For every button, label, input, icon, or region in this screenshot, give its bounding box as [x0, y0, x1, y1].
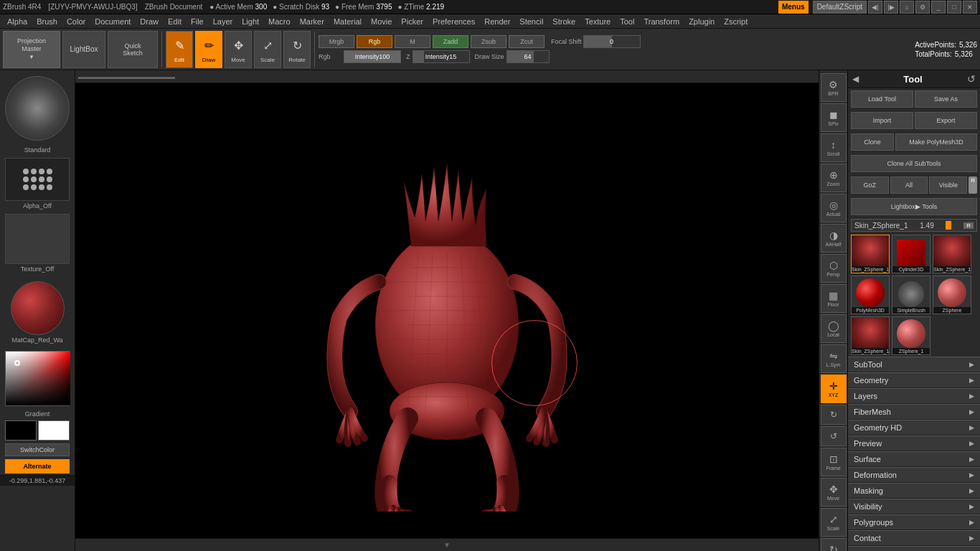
contact-section[interactable]: Contact ▶ [848, 530, 980, 546]
tool-thumb-skin-zsphere2[interactable]: Skin_ZSphere_1 [933, 235, 971, 273]
tool-thumb-skin-zsphere3[interactable]: Skin_ZSphere_1 [851, 316, 890, 355]
actual-button[interactable]: ◎ Actual [821, 194, 847, 222]
rot2-button[interactable]: ↺ [821, 426, 847, 446]
menu-alpha[interactable]: Alpha [3, 17, 32, 27]
morph-target-section[interactable]: Morph Target ▶ [848, 546, 980, 551]
zcut-button[interactable]: Zcut [509, 35, 545, 48]
menu-macro[interactable]: Macro [264, 17, 295, 27]
tool-thumb-zsphere[interactable]: ZSphere [933, 276, 971, 314]
draw-size-slider[interactable]: 64 [507, 50, 550, 63]
rgb-intensity-slider[interactable]: Intensity 100 [344, 50, 401, 63]
menu-edit[interactable]: Edit [164, 17, 186, 27]
layers-section[interactable]: Layers ▶ [848, 388, 980, 404]
scale-button[interactable]: ⤢ Scale [254, 31, 281, 68]
aahalf-button[interactable]: ◑ AAHalf [821, 224, 847, 253]
visible-button[interactable]: Visible [929, 176, 967, 194]
icon-max[interactable]: □ [947, 1, 961, 14]
zscript-button[interactable]: DefaultZScript [813, 1, 867, 14]
zadd-button[interactable]: Zadd [433, 35, 468, 48]
bpr-button[interactable]: ⚙ BPR [821, 73, 847, 102]
menu-zscript[interactable]: Zscript [720, 17, 752, 27]
rgb-button[interactable]: Rgb [357, 35, 392, 48]
icon-close[interactable]: ✕ [963, 1, 977, 14]
local-button[interactable]: ◯ Local [821, 314, 847, 343]
menu-draw[interactable]: Draw [136, 17, 163, 27]
m-button[interactable]: M [395, 35, 430, 48]
color-picker[interactable] [5, 351, 70, 406]
texture-preview[interactable] [5, 214, 70, 264]
xyz-button[interactable]: ✛ XYZ [821, 375, 847, 403]
menu-document[interactable]: Document [90, 17, 135, 27]
save-as-button[interactable]: Save As [915, 90, 977, 108]
menu-brush[interactable]: Brush [32, 17, 62, 27]
brush-preview[interactable] [5, 76, 70, 141]
menu-picker[interactable]: Picker [397, 17, 428, 27]
clone-button[interactable]: Clone [851, 133, 894, 151]
masking-section[interactable]: Masking ▶ [848, 483, 980, 499]
focal-shift-slider[interactable]: 0 [583, 35, 641, 48]
rotate-side-button[interactable]: ↻ Rotate [821, 538, 847, 551]
all-button[interactable]: All [890, 176, 928, 194]
menu-texture[interactable]: Texture [580, 17, 615, 27]
subtool-section[interactable]: SubTool ▶ [848, 357, 980, 372]
fibermesh-section[interactable]: FiberMesh ▶ [848, 404, 980, 420]
edit-button[interactable]: ✎ Edit [166, 31, 193, 68]
surface-section[interactable]: Surface ▶ [848, 451, 980, 467]
geometry-hd-section[interactable]: Geometry HD ▶ [848, 420, 980, 435]
icon-min[interactable]: _ [931, 1, 946, 14]
icon-next[interactable]: |▶ [884, 1, 898, 14]
polygroups-section[interactable]: Polygroups ▶ [848, 514, 980, 530]
import-button[interactable]: Import [851, 112, 913, 129]
floor-button[interactable]: ▦ Floor [821, 284, 847, 313]
deformation-section[interactable]: Deformation ▶ [848, 467, 980, 483]
mrgb-button[interactable]: Mrgb [319, 35, 354, 48]
persp-button[interactable]: ⬡ Persp [821, 254, 847, 283]
tool-thumb-polymesh3d[interactable]: PolyMesh3D [851, 276, 890, 314]
menu-tool[interactable]: Tool [616, 17, 639, 27]
menu-transform[interactable]: Transform [639, 17, 684, 27]
menu-stencil[interactable]: Stencil [515, 17, 547, 27]
menu-marker[interactable]: Marker [296, 17, 329, 27]
alpha-preview[interactable] [5, 158, 70, 201]
tool-thumb-zsphere1[interactable]: ZSphere_1 [892, 316, 930, 355]
lightbox-button[interactable]: LightBox [62, 31, 105, 68]
visibility-section[interactable]: Visibility ▶ [848, 499, 980, 514]
icon-prev[interactable]: ◀| [868, 1, 882, 14]
lsym-button[interactable]: ⇋ L.Sym [821, 344, 847, 373]
geometry-section[interactable]: Geometry ▶ [848, 372, 980, 388]
load-tool-button[interactable]: Load Tool [851, 90, 913, 108]
swatch-black[interactable] [5, 420, 37, 441]
menu-render[interactable]: Render [480, 17, 514, 27]
menu-layer[interactable]: Layer [209, 17, 237, 27]
zsub-button[interactable]: Zsub [471, 35, 507, 48]
rot1-button[interactable]: ↻ [821, 405, 847, 425]
z-intensity-slider[interactable]: Intensity 15 [413, 50, 470, 63]
alternate-button[interactable]: Alternate [5, 459, 70, 474]
zoom-button[interactable]: ⊕ Zoom [821, 164, 847, 192]
draw-button[interactable]: ✏ Draw [195, 31, 222, 68]
menu-stroke[interactable]: Stroke [548, 17, 580, 27]
tool-thumb-cylinder3d[interactable]: Cylinder3D [892, 235, 930, 273]
quick-sketch-button[interactable]: QuickSketch [108, 31, 158, 68]
make-polymesh-button[interactable]: Make PolyMesh3D [895, 133, 977, 151]
tool-thumb-simplebrush[interactable]: SimpleBrush [892, 276, 930, 314]
scroll-button[interactable]: ↕ Scroll [821, 133, 847, 162]
menu-preferences[interactable]: Preferences [428, 17, 479, 27]
menu-material[interactable]: Material [329, 17, 366, 27]
clone-all-subtools-button[interactable]: Clone All SubTools [851, 155, 977, 172]
menu-file[interactable]: File [187, 17, 208, 27]
scale-side-button[interactable]: ⤢ Scale [821, 508, 847, 537]
menus-button[interactable]: Menus [778, 1, 809, 14]
material-ball[interactable] [11, 281, 65, 335]
menu-color[interactable]: Color [62, 17, 90, 27]
lightbox-tools-button[interactable]: Lightbox▶ Tools [851, 198, 977, 215]
frame-button[interactable]: ⊡ Frame [821, 448, 847, 476]
swatch-white[interactable] [38, 420, 70, 441]
tool-panel-back-icon[interactable]: ◀ [852, 74, 859, 84]
move-button[interactable]: ✥ Move [225, 31, 252, 68]
preview-section[interactable]: Preview ▶ [848, 435, 980, 451]
rotate-button[interactable]: ↻ Rotate [283, 31, 311, 68]
projection-master-button[interactable]: ProjectionMaster ▼ [3, 31, 60, 68]
switch-color-button[interactable]: SwitchColor [5, 443, 70, 456]
icon-home[interactable]: ⌂ [900, 1, 914, 14]
